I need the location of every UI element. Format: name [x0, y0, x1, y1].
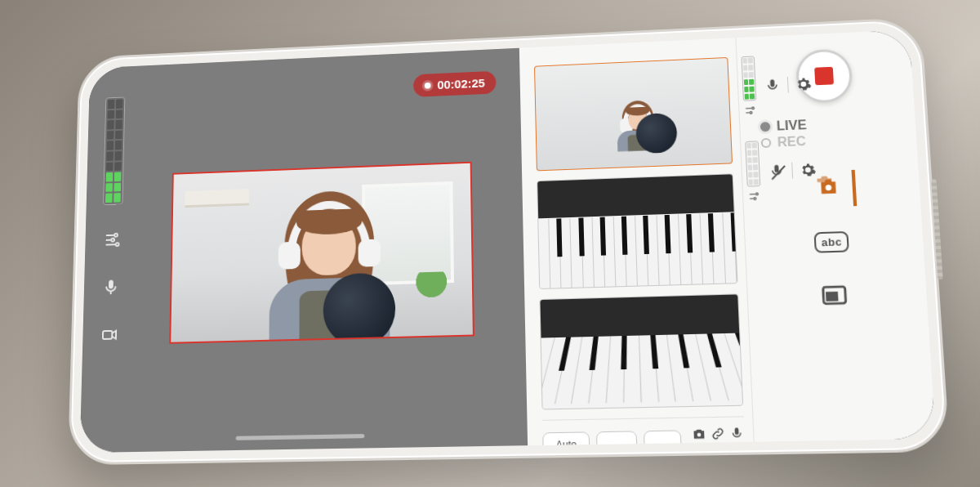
auto-switch-duration[interactable]: 8" — [596, 431, 638, 453]
microphone-icon — [728, 426, 745, 441]
svg-point-8 — [753, 198, 755, 200]
svg-point-0 — [114, 234, 118, 237]
link-audio-toggle[interactable] — [698, 447, 739, 453]
stop-icon — [814, 67, 834, 86]
per-source-controls — [741, 54, 813, 203]
source-thumb-1[interactable] — [534, 57, 732, 172]
master-sliders-icon[interactable] — [100, 228, 124, 252]
play-icon — [655, 441, 670, 453]
source-1-gear-icon[interactable] — [795, 76, 813, 93]
sliders-icon[interactable] — [746, 190, 760, 203]
source-1-vu — [741, 56, 756, 101]
svg-point-6 — [750, 111, 752, 114]
auto-switch-button[interactable]: Auto Switch — [542, 432, 590, 453]
link-audio-icons — [691, 426, 745, 442]
svg-rect-13 — [827, 293, 837, 300]
source-2-vu — [745, 141, 760, 186]
phone-speaker-grill — [931, 179, 943, 279]
svg-line-9 — [771, 166, 785, 180]
phone-frame: 00:02:25 — [68, 17, 950, 466]
pip-icon — [819, 280, 850, 310]
svg-rect-3 — [110, 292, 112, 294]
svg-point-2 — [116, 243, 119, 246]
preview-area: 00:02:25 — [135, 48, 528, 452]
recording-timer: 00:02:25 — [437, 76, 485, 92]
source-2-mic-muted-icon[interactable] — [768, 163, 786, 180]
preview-panel: 00:02:25 — [80, 48, 528, 453]
auto-switch-bar: Auto Switch 8" — [542, 417, 746, 453]
control-panel: Auto Switch 8" — [519, 29, 936, 445]
sliders-icon[interactable] — [743, 104, 757, 117]
svg-point-5 — [751, 107, 754, 109]
svg-point-1 — [111, 239, 114, 242]
cameras-icon — [813, 174, 844, 203]
source-thumb-2[interactable] — [537, 174, 737, 289]
master-vu-meter — [103, 96, 125, 205]
source-2-controls — [745, 139, 813, 203]
video-camera-icon[interactable] — [98, 323, 122, 347]
link-icon — [710, 427, 726, 442]
source-1-controls — [741, 54, 808, 118]
source-column: Auto Switch 8" — [519, 38, 753, 445]
svg-point-7 — [755, 193, 758, 195]
svg-rect-4 — [103, 331, 113, 339]
auto-switch-play[interactable] — [644, 431, 683, 453]
camera-icon — [691, 427, 707, 442]
source-1-mic-icon[interactable] — [764, 77, 781, 93]
tab-pip[interactable] — [809, 276, 863, 315]
abc-icon: abc — [814, 230, 849, 252]
swap-icon — [618, 444, 630, 453]
tab-text[interactable]: abc — [807, 222, 860, 261]
source-2-gear-icon[interactable] — [799, 162, 817, 179]
preview-sidebar — [80, 65, 143, 453]
program-preview[interactable] — [169, 162, 474, 343]
source-thumbnails — [534, 57, 743, 410]
link-audio-block — [691, 426, 746, 453]
source-thumb-3[interactable] — [540, 293, 743, 410]
app-screen: 00:02:25 — [80, 29, 936, 453]
recording-timer-pill: 00:02:25 — [413, 71, 496, 97]
microphone-icon[interactable] — [99, 275, 122, 300]
